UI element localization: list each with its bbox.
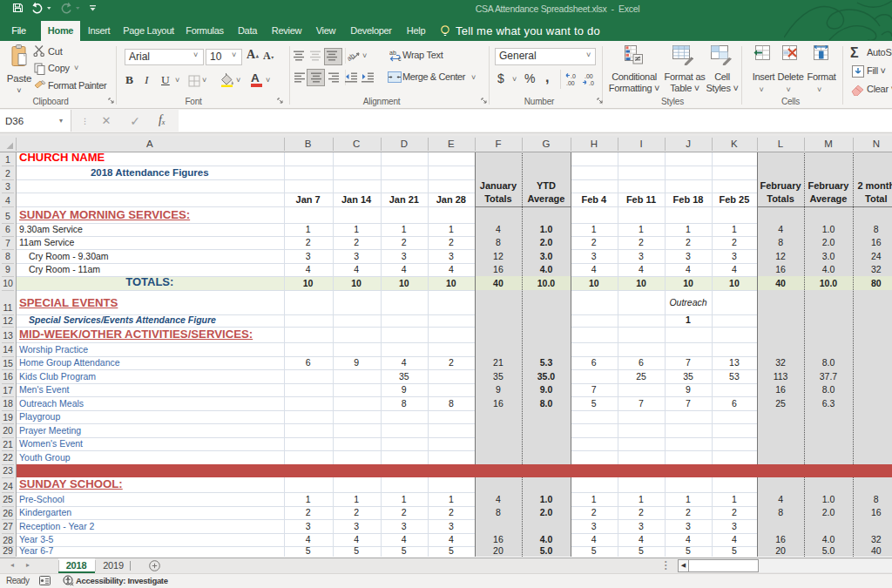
svg-text:ab: ab (389, 50, 396, 56)
svg-text:c: c (398, 56, 402, 62)
svg-text:.00: .00 (585, 73, 593, 79)
svg-text:.0: .0 (589, 80, 594, 86)
svg-text:.0: .0 (571, 73, 576, 79)
svg-text:.00: .00 (566, 80, 575, 86)
